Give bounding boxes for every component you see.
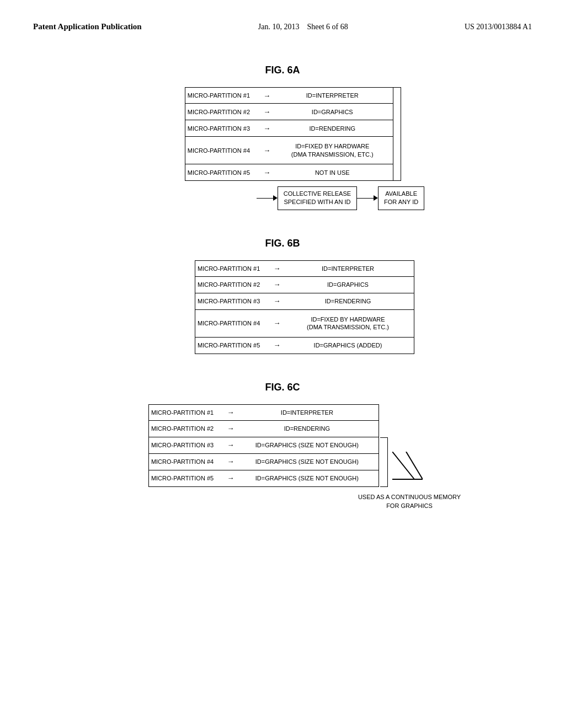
fig6c-note: USED AS A CONTINUOUS MEMORYFOR GRAPHICS (358, 493, 461, 511)
fig6c-title: FIG. 6C (265, 382, 300, 393)
date-sheet: Jan. 10, 2013 Sheet 6 of 68 (258, 23, 348, 31)
flow-arrowhead-2 (374, 195, 378, 201)
table-row: MICRO-PARTITION #3 → ID=RENDERING (185, 120, 393, 137)
fig6a-wrapper: FIG. 6A MICRO-PARTITION #1 → ID=INTERPRE… (33, 65, 532, 210)
partition-label-c5: MICRO-PARTITION #5 (148, 470, 226, 487)
partition-label-b5: MICRO-PARTITION #5 (195, 338, 272, 354)
table-row: MICRO-PARTITION #5 → ID=GRAPHICS (SIZE N… (148, 470, 379, 487)
flow-diagram-6a: COLLECTIVE RELEASESPECIFIED WITH AN ID A… (257, 186, 424, 210)
table-row: MICRO-PARTITION #2 → ID=RENDERING (148, 421, 379, 437)
arrow-c5: → (226, 470, 236, 487)
diagonal-svg (392, 452, 423, 485)
fig6c-table-assembly: MICRO-PARTITION #1 → ID=INTERPRETER MICR… (148, 404, 461, 487)
arrow-c2: → (226, 421, 236, 437)
publication-label: Patent Application Publication (33, 22, 142, 31)
partition-label-3: MICRO-PARTITION #3 (185, 120, 262, 137)
partition-label-b4: MICRO-PARTITION #4 (195, 310, 272, 338)
partition-label-c3: MICRO-PARTITION #3 (148, 437, 226, 454)
brace-6c (380, 437, 388, 487)
id-cell-b4: ID=FIXED BY HARDWARE(DMA TRANSMISSION, E… (282, 310, 414, 338)
fig6a-table: MICRO-PARTITION #1 → ID=INTERPRETER MICR… (185, 87, 401, 181)
table-row: MICRO-PARTITION #3 → ID=RENDERING (195, 293, 414, 310)
partition-label-b2: MICRO-PARTITION #2 (195, 277, 272, 293)
partition-label-1: MICRO-PARTITION #1 (185, 87, 262, 104)
page-header: Patent Application Publication Jan. 10, … (33, 22, 532, 31)
table-row: MICRO-PARTITION #3 → ID=GRAPHICS (SIZE N… (148, 437, 379, 454)
fig6c-wrapper: FIG. 6C MICRO-PARTITION #1 → ID=INTERPRE… (33, 382, 532, 511)
flow-line-mid (357, 198, 374, 199)
patent-number: US 2013/0013884 A1 (465, 23, 532, 31)
arrow-b2: → (272, 277, 282, 293)
flow-line-in (257, 198, 273, 199)
fig6a-title: FIG. 6A (265, 65, 300, 76)
table-row: MICRO-PARTITION #1 → ID=INTERPRETER (185, 87, 393, 104)
id-cell-c5: ID=GRAPHICS (SIZE NOT ENOUGH) (236, 470, 379, 487)
right-bracket-6a (393, 87, 401, 181)
flow-arrowhead-1 (273, 195, 278, 201)
table-row: MICRO-PARTITION #4 → ID=FIXED BY HARDWAR… (185, 137, 393, 164)
partition-label-4: MICRO-PARTITION #4 (185, 137, 262, 164)
id-cell-4: ID=FIXED BY HARDWARE(DMA TRANSMISSION, E… (272, 137, 393, 164)
partition-label-c4: MICRO-PARTITION #4 (148, 454, 226, 470)
table-row: MICRO-PARTITION #1 → ID=INTERPRETER (195, 260, 414, 277)
arrow-b1: → (272, 260, 282, 277)
id-cell-c3: ID=GRAPHICS (SIZE NOT ENOUGH) (236, 437, 379, 454)
fig6b-wrapper: FIG. 6B MICRO-PARTITION #1 → ID=INTERPRE… (33, 238, 532, 354)
partition-label-b1: MICRO-PARTITION #1 (195, 260, 272, 277)
id-cell-c2: ID=RENDERING (236, 421, 379, 437)
id-cell-b1: ID=INTERPRETER (282, 260, 414, 277)
arrow-5: → (262, 164, 272, 181)
fig6a-partition-table: MICRO-PARTITION #1 → ID=INTERPRETER MICR… (185, 87, 393, 181)
arrow-c1: → (226, 404, 236, 421)
table-row: MICRO-PARTITION #4 → ID=GRAPHICS (SIZE N… (148, 454, 379, 470)
id-cell-b2: ID=GRAPHICS (282, 277, 414, 293)
id-cell-c1: ID=INTERPRETER (236, 404, 379, 421)
table-row: MICRO-PARTITION #1 → ID=INTERPRETER (148, 404, 379, 421)
arrow-1: → (262, 87, 272, 104)
table-row: MICRO-PARTITION #5 → NOT IN USE (185, 164, 393, 181)
fig6c-partition-table: MICRO-PARTITION #1 → ID=INTERPRETER MICR… (148, 404, 379, 487)
id-cell-3: ID=RENDERING (272, 120, 393, 137)
arrow-2: → (262, 104, 272, 120)
table-row: MICRO-PARTITION #5 → ID=GRAPHICS (ADDED) (195, 338, 414, 354)
figure-6b: FIG. 6B MICRO-PARTITION #1 → ID=INTERPRE… (33, 238, 532, 354)
partition-label-c2: MICRO-PARTITION #2 (148, 421, 226, 437)
table-row: MICRO-PARTITION #2 → ID=GRAPHICS (185, 104, 393, 120)
page: Patent Application Publication Jan. 10, … (0, 0, 565, 728)
partition-label-5: MICRO-PARTITION #5 (185, 164, 262, 181)
table-row: MICRO-PARTITION #4 → ID=FIXED BY HARDWAR… (195, 310, 414, 338)
id-cell-5: NOT IN USE (272, 164, 393, 181)
partition-label-2: MICRO-PARTITION #2 (185, 104, 262, 120)
arrow-4: → (262, 137, 272, 164)
arrow-b4: → (272, 310, 282, 338)
arrow-b3: → (272, 293, 282, 310)
diagonal-arrow-6c (392, 452, 423, 487)
id-cell-c4: ID=GRAPHICS (SIZE NOT ENOUGH) (236, 454, 379, 470)
id-cell-b3: ID=RENDERING (282, 293, 414, 310)
arrow-3: → (262, 120, 272, 137)
flow-box-available: AVAILABLEFOR ANY ID (378, 186, 424, 210)
figure-6a: FIG. 6A MICRO-PARTITION #1 → ID=INTERPRE… (33, 65, 532, 210)
flow-box-collective-release: COLLECTIVE RELEASESPECIFIED WITH AN ID (278, 186, 357, 210)
arrow-c4: → (226, 454, 236, 470)
figure-6c: FIG. 6C MICRO-PARTITION #1 → ID=INTERPRE… (33, 382, 532, 511)
arrow-b5: → (272, 338, 282, 354)
table-row: MICRO-PARTITION #2 → ID=GRAPHICS (195, 277, 414, 293)
id-cell-b5: ID=GRAPHICS (ADDED) (282, 338, 414, 354)
partition-label-b3: MICRO-PARTITION #3 (195, 293, 272, 310)
svg-line-1 (406, 452, 423, 479)
id-cell-1: ID=INTERPRETER (272, 87, 393, 104)
fig6b-partition-table: MICRO-PARTITION #1 → ID=INTERPRETER MICR… (195, 260, 414, 354)
svg-line-0 (392, 452, 414, 479)
fig6b-title: FIG. 6B (265, 238, 300, 249)
partition-label-c1: MICRO-PARTITION #1 (148, 404, 226, 421)
arrow-c3: → (226, 437, 236, 454)
id-cell-2: ID=GRAPHICS (272, 104, 393, 120)
